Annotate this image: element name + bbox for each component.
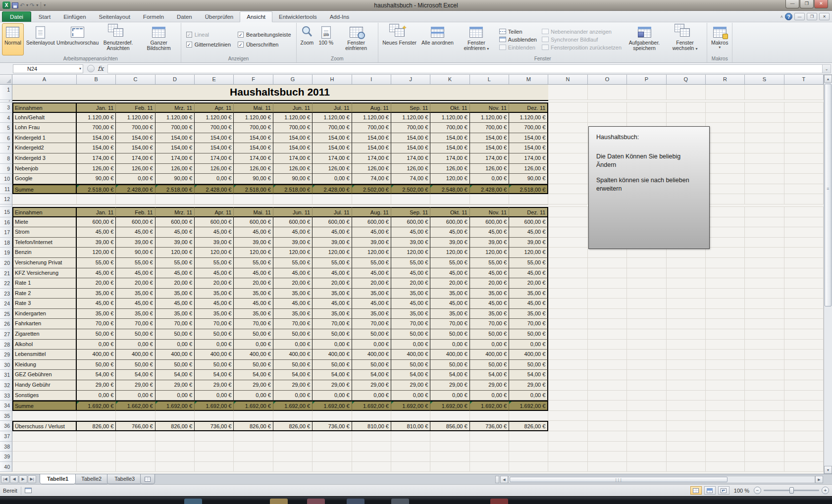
value-cell[interactable]: 29,00 € [430, 380, 469, 391]
row-label[interactable]: KFZ Versicherung [12, 268, 77, 279]
value-cell[interactable]: 600,00 € [273, 217, 312, 228]
empty-cell[interactable] [588, 421, 627, 431]
empty-cell[interactable] [784, 452, 824, 462]
value-cell[interactable]: 35,00 € [195, 309, 234, 319]
value-cell[interactable]: 810,00 € [391, 421, 430, 431]
value-cell[interactable]: 126,00 € [195, 164, 234, 174]
value-cell[interactable]: 2.428,00 € [470, 184, 509, 195]
row-label[interactable]: Fahrkarten [12, 319, 77, 329]
value-cell[interactable]: 55,00 € [234, 258, 273, 268]
value-cell[interactable]: 1.692,00 € [156, 401, 195, 411]
value-cell[interactable]: 400,00 € [352, 350, 391, 360]
value-cell[interactable]: 54,00 € [195, 370, 234, 380]
empty-cell[interactable] [548, 174, 587, 184]
headings-checkbox[interactable]: ✓Überschriften [238, 42, 291, 48]
value-cell[interactable]: 400,00 € [234, 350, 273, 360]
value-cell[interactable]: 700,00 € [156, 123, 195, 133]
empty-cell[interactable] [627, 340, 666, 350]
empty-cell[interactable] [745, 452, 784, 462]
empty-cell[interactable] [627, 289, 666, 299]
value-cell[interactable]: 20,00 € [116, 278, 155, 289]
value-cell[interactable]: 1.692,00 € [312, 401, 352, 411]
horizontal-scroll-track[interactable]: ∣∣∣ [508, 476, 815, 483]
empty-cell[interactable] [745, 411, 784, 421]
empty-cell[interactable] [312, 411, 352, 421]
empty-cell[interactable] [627, 299, 666, 309]
month-header[interactable]: Feb. 11 [116, 207, 155, 217]
value-cell[interactable]: 600,00 € [509, 217, 548, 228]
month-header[interactable]: Okt. 11 [430, 207, 469, 217]
empty-cell[interactable] [667, 391, 706, 401]
value-cell[interactable]: 50,00 € [156, 360, 195, 370]
tab-ansicht[interactable]: Ansicht [240, 11, 272, 22]
taskbar-item[interactable] [307, 499, 325, 504]
sheet-tab-tabelle2[interactable]: Tabelle2 [74, 474, 109, 484]
empty-cell[interactable] [234, 442, 273, 452]
value-cell[interactable]: 174,00 € [509, 153, 548, 164]
unhide-button[interactable]: Einblenden [499, 45, 537, 50]
column-header-N[interactable]: N [548, 75, 587, 85]
value-cell[interactable]: 45,00 € [509, 268, 548, 279]
value-cell[interactable]: 126,00 € [352, 164, 391, 174]
value-cell[interactable]: 154,00 € [430, 133, 469, 144]
value-cell[interactable]: 39,00 € [430, 238, 469, 248]
value-cell[interactable]: 45,00 € [116, 268, 155, 279]
value-cell[interactable]: 20,00 € [273, 278, 312, 289]
empty-cell[interactable] [627, 462, 666, 472]
sheet-tab-tabelle1[interactable]: Tabelle1 [40, 474, 76, 484]
value-cell[interactable]: 45,00 € [273, 268, 312, 279]
value-cell[interactable]: 120,00 € [195, 248, 234, 258]
value-cell[interactable]: 55,00 € [156, 258, 195, 268]
row-header-8[interactable]: 8 [0, 153, 12, 164]
value-cell[interactable]: 50,00 € [156, 329, 195, 340]
empty-cell[interactable] [156, 442, 195, 452]
column-header-S[interactable]: S [745, 75, 784, 85]
empty-cell[interactable] [745, 102, 784, 113]
value-cell[interactable]: 35,00 € [470, 289, 509, 299]
row-header-36[interactable]: 36 [0, 421, 12, 431]
empty-cell[interactable] [588, 248, 627, 258]
value-cell[interactable]: 700,00 € [430, 123, 469, 133]
empty-cell[interactable] [548, 194, 587, 204]
empty-cell[interactable] [706, 380, 745, 391]
empty-cell[interactable] [116, 194, 155, 204]
empty-cell[interactable] [588, 289, 627, 299]
empty-cell[interactable] [156, 462, 195, 472]
value-cell[interactable]: 20,00 € [195, 278, 234, 289]
row-header-12[interactable]: 12 [0, 194, 12, 204]
empty-cell[interactable] [745, 462, 784, 472]
value-cell[interactable]: 50,00 € [430, 360, 469, 370]
value-cell[interactable]: 826,00 € [509, 421, 548, 431]
empty-cell[interactable] [745, 207, 784, 217]
value-cell[interactable]: 45,00 € [156, 227, 195, 238]
row-label[interactable]: Rate 2 [12, 289, 77, 299]
empty-cell[interactable] [667, 421, 706, 431]
value-cell[interactable]: 700,00 € [116, 123, 155, 133]
value-cell[interactable]: 0,00 € [391, 391, 430, 401]
row-label[interactable]: Telefon/Internet [12, 238, 77, 248]
empty-cell[interactable] [627, 248, 666, 258]
empty-cell[interactable] [784, 319, 824, 329]
empty-cell[interactable] [548, 319, 587, 329]
value-cell[interactable]: 154,00 € [470, 143, 509, 153]
empty-cell[interactable] [667, 113, 706, 123]
empty-cell[interactable] [548, 360, 587, 370]
value-cell[interactable]: 1.692,00 € [77, 401, 116, 411]
row-header-25[interactable]: 25 [0, 309, 12, 319]
row-label[interactable]: Benzin [12, 248, 77, 258]
help-icon[interactable]: ? [785, 13, 792, 20]
empty-cell[interactable] [706, 289, 745, 299]
value-cell[interactable]: 700,00 € [195, 123, 234, 133]
empty-cell[interactable] [548, 102, 587, 113]
reset-window-position-button[interactable]: Fensterposition zurücksetzen [542, 45, 622, 50]
value-cell[interactable]: 39,00 € [234, 238, 273, 248]
value-cell[interactable]: 120,00 € [430, 174, 469, 184]
value-cell[interactable]: 29,00 € [352, 380, 391, 391]
empty-cell[interactable] [745, 113, 784, 123]
value-cell[interactable]: 2.518,00 € [234, 184, 273, 195]
empty-cell[interactable] [548, 85, 587, 100]
empty-cell[interactable] [116, 411, 155, 421]
value-cell[interactable]: 856,00 € [430, 421, 469, 431]
row-header-38[interactable]: 38 [0, 442, 12, 452]
value-cell[interactable]: 54,00 € [470, 370, 509, 380]
